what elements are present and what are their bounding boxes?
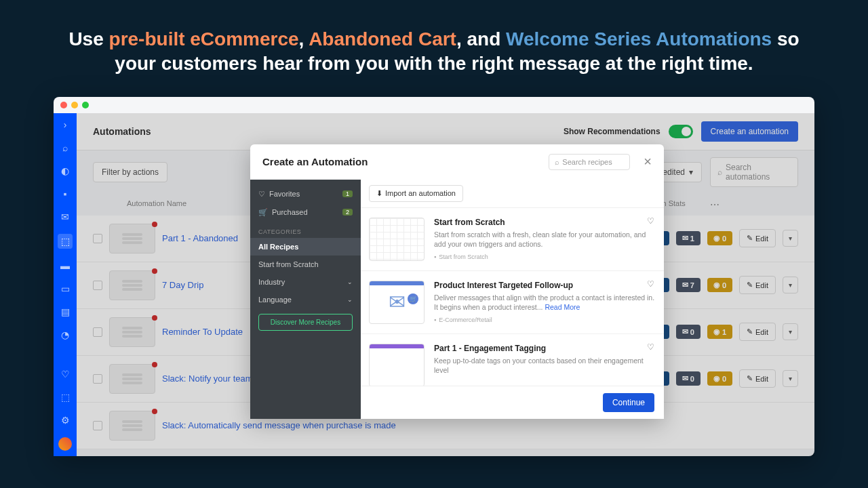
continue-button[interactable]: Continue	[603, 393, 654, 412]
apps-icon[interactable]: ⬚	[59, 391, 71, 403]
idea-icon[interactable]: ◐	[59, 165, 71, 177]
recipe-item[interactable]: 🛒 Product Interest Targeted Follow-up De…	[361, 271, 664, 334]
close-icon[interactable]: ×	[644, 154, 652, 169]
recipe-item[interactable]: Part 1 - Engagement Tagging Keep up-to-d…	[361, 334, 664, 386]
avatar[interactable]	[58, 437, 72, 451]
marketing-headline: Use pre-built eCommerce, Abandoned Cart,…	[0, 0, 868, 97]
recipe-description: Start from scratch with a fresh, clean s…	[434, 230, 656, 249]
deals-icon[interactable]: ▬	[59, 260, 71, 272]
sidebar-language[interactable]: Language⌄	[250, 291, 361, 308]
chat-icon[interactable]: ▭	[59, 283, 71, 295]
favorite-icon[interactable]: ♡	[647, 279, 654, 289]
mail-icon[interactable]: ✉	[59, 211, 71, 223]
download-icon: ⬇	[376, 189, 382, 198]
modal-title: Create an Automation	[262, 156, 540, 167]
sidebar-favorites[interactable]: ♡Favorites1	[250, 185, 361, 203]
tag-icon: ▪	[434, 317, 436, 323]
site-icon[interactable]: ▤	[59, 306, 71, 318]
modal-footer: Continue	[361, 386, 664, 419]
categories-label: CATEGORIES	[250, 222, 361, 238]
modal-header: Create an Automation ⌕Search recipes ×	[250, 144, 664, 180]
browser-window: › ⌕ ◐ ▪ ✉ ⬚ ▬ ▭ ▤ ◔ ♡ ⬚ ⚙ Automations Sh…	[54, 97, 814, 456]
gear-icon[interactable]: ⚙	[59, 414, 71, 426]
discover-recipes-button[interactable]: Discover More Recipes	[258, 314, 353, 331]
import-automation-button[interactable]: ⬇Import an automation	[369, 185, 463, 202]
sidebar-start-scratch[interactable]: Start from Scratch	[250, 256, 361, 273]
heart-icon[interactable]: ♡	[59, 368, 71, 380]
sidebar-purchased[interactable]: 🛒Purchased2	[250, 203, 361, 222]
search-recipes-input[interactable]: ⌕Search recipes	[549, 154, 630, 170]
sidebar-all-recipes[interactable]: All Recipes	[250, 238, 361, 256]
recipe-preview: 🛒	[369, 281, 425, 324]
cart-icon: 🛒	[258, 208, 268, 217]
heart-icon: ♡	[258, 190, 265, 199]
search-icon: ⌕	[555, 158, 559, 166]
recipe-item[interactable]: Start from Scratch Start from scratch wi…	[361, 208, 664, 271]
recipe-description: Deliver messages that align with the pro…	[434, 293, 656, 312]
chevron-down-icon: ⌄	[347, 296, 353, 303]
recipe-title: Part 1 - Engagement Tagging	[434, 344, 656, 353]
search-icon[interactable]: ⌕	[59, 142, 71, 154]
import-bar: ⬇Import an automation	[361, 180, 664, 208]
automations-icon[interactable]: ⬚	[58, 234, 73, 249]
read-more-link[interactable]: Read More	[545, 303, 580, 311]
modal-sidebar: ♡Favorites1 🛒Purchased2 CATEGORIES All R…	[250, 180, 361, 419]
recipe-preview	[369, 344, 425, 386]
contacts-icon[interactable]: ▪	[59, 188, 71, 200]
recipe-description: Keep up-to-date tags on your contacts ba…	[434, 356, 656, 375]
recipe-tag: ▪E-Commerce/Retail	[434, 317, 656, 323]
window-titlebar	[54, 97, 814, 113]
minimize-icon[interactable]	[71, 102, 78, 108]
tag-icon: ▪	[434, 253, 436, 260]
close-icon[interactable]	[60, 102, 67, 108]
recipe-title: Product Interest Targeted Follow-up	[434, 281, 656, 290]
create-automation-modal: Create an Automation ⌕Search recipes × ♡…	[250, 144, 664, 419]
maximize-icon[interactable]	[82, 102, 89, 108]
recipe-title: Start from Scratch	[434, 218, 656, 227]
reports-icon[interactable]: ◔	[59, 329, 71, 341]
recipe-tag: ▪Start from Scratch	[434, 253, 656, 260]
logo-icon[interactable]: ›	[59, 119, 71, 131]
recipe-preview	[369, 218, 425, 261]
app-sidebar: › ⌕ ◐ ▪ ✉ ⬚ ▬ ▭ ▤ ◔ ♡ ⬚ ⚙	[54, 113, 77, 456]
cart-icon: 🛒	[408, 293, 418, 304]
sidebar-industry[interactable]: Industry⌄	[250, 273, 361, 291]
favorite-icon[interactable]: ♡	[647, 342, 654, 352]
chevron-down-icon: ⌄	[347, 279, 353, 285]
favorite-icon[interactable]: ♡	[647, 216, 654, 226]
